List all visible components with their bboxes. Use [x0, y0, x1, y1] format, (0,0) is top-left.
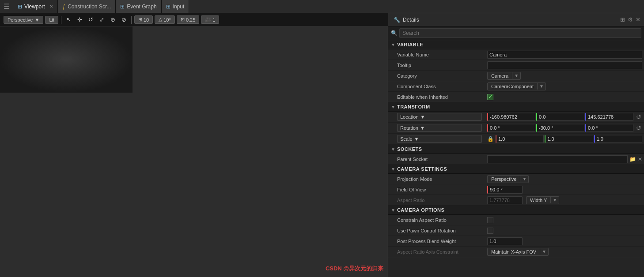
- section-variable-arrow: ▼: [391, 42, 395, 47]
- parent-socket-input[interactable]: [487, 155, 628, 163]
- prop-tooltip: Tooltip: [388, 60, 644, 71]
- section-transform-header[interactable]: ▼ Transform: [388, 102, 644, 112]
- perspective-arrow: ▼: [34, 17, 39, 22]
- camera-count-btn[interactable]: 🎥 1: [201, 15, 219, 24]
- scale-lock-icon[interactable]: 🔒: [487, 136, 494, 142]
- prop-parent-socket-label: Parent Socket: [388, 155, 485, 163]
- details-table-view-btn[interactable]: ⊞: [620, 16, 625, 23]
- field-of-view-input[interactable]: [487, 186, 523, 194]
- prop-rotation: Rotation ▼: [388, 123, 644, 134]
- projection-mode-dropdown-label: Perspective: [488, 176, 520, 183]
- surface-snap-btn[interactable]: ⊘: [119, 15, 129, 24]
- aspect-ratio-constraint-dropdown[interactable]: Width Y ▼: [526, 196, 559, 204]
- projection-mode-dropdown[interactable]: Perspective ▼: [487, 175, 529, 183]
- search-input[interactable]: [399, 28, 641, 38]
- rotation-x-wrap: [487, 124, 535, 132]
- section-camera-settings-arrow: ▼: [391, 167, 395, 172]
- rotation-dropdown[interactable]: Rotation ▼: [397, 124, 482, 132]
- section-sockets-header[interactable]: ▼ Sockets: [388, 145, 644, 154]
- location-z-input[interactable]: [585, 113, 633, 121]
- editable-inherited-checkmark: ✓: [489, 94, 492, 100]
- component-class-dropdown-arrow: ▼: [537, 83, 546, 90]
- scale-label: 0.25: [186, 17, 195, 22]
- lighting-mode-btn[interactable]: Lit: [45, 16, 58, 24]
- section-variable-title: Variable: [397, 42, 423, 47]
- tab-eventgraph[interactable]: ⊞ Event Graph: [116, 0, 161, 13]
- location-dropdown-arrow: ▼: [420, 114, 425, 120]
- perspective-mode-btn[interactable]: Perspective ▼: [4, 16, 43, 24]
- editable-inherited-checkbox[interactable]: ✓: [487, 94, 493, 100]
- parent-socket-browse-btn[interactable]: 📁: [629, 156, 636, 162]
- prop-variable-name-value: [485, 50, 644, 60]
- transform-local-btn[interactable]: ⊕: [108, 15, 117, 24]
- aspect-ratio-input[interactable]: [487, 196, 523, 204]
- category-dropdown-arrow: ▼: [512, 72, 520, 79]
- rotation-reset-btn[interactable]: ↺: [635, 124, 642, 131]
- location-reset-btn[interactable]: ↺: [635, 113, 642, 120]
- tab-construction[interactable]: ƒ Construction Scr...: [58, 0, 116, 13]
- translate-tool-btn[interactable]: ✛: [75, 15, 84, 24]
- section-transform-title: Transform: [397, 104, 430, 109]
- use-pawn-control-checkbox[interactable]: [487, 228, 493, 234]
- rotation-z-input[interactable]: [585, 124, 633, 132]
- angle-icon: △: [159, 17, 162, 22]
- scale-tool-btn[interactable]: ⤢: [97, 15, 106, 24]
- prop-constrain-aspect-value: [485, 216, 644, 224]
- prop-field-of-view-label: Field Of View: [388, 186, 485, 194]
- tab-input[interactable]: ⊞ Input: [162, 0, 189, 13]
- prop-use-pawn-control-value: [485, 227, 644, 235]
- tab-viewport[interactable]: ⊞ Viewport ✕: [13, 0, 58, 13]
- location-dropdown-label: Location: [400, 114, 419, 120]
- prop-aspect-axis-constraint-value: Maintain X-Axis FOV ▼: [485, 247, 644, 257]
- viewport-tab-label: Viewport: [24, 4, 45, 10]
- details-tab[interactable]: 🔧 Details: [388, 13, 424, 26]
- details-tab-icon: 🔧: [394, 17, 400, 23]
- section-camera-options-title: Camera Options: [397, 207, 444, 213]
- aspect-axis-constraint-dropdown[interactable]: Maintain X-Axis FOV ▼: [487, 248, 549, 256]
- component-class-dropdown[interactable]: CameraComponent ▼: [487, 82, 546, 90]
- section-transform-arrow: ▼: [391, 105, 395, 109]
- post-process-blend-input[interactable]: [487, 237, 523, 245]
- prop-constrain-aspect: Constrain Aspect Ratio: [388, 215, 644, 225]
- rotation-dropdown-label: Rotation: [400, 125, 418, 131]
- grid-icon: ⊞: [138, 17, 142, 22]
- section-camera-options-header[interactable]: ▼ Camera Options: [388, 206, 644, 215]
- details-tab-icons: ⊞ ⚙ ✕: [617, 16, 644, 23]
- prop-post-process-blend-value: [485, 236, 644, 246]
- hamburger-menu[interactable]: ☰: [0, 2, 13, 11]
- section-sockets-title: Sockets: [397, 146, 422, 152]
- prop-aspect-ratio: Aspect Ratio Width Y ▼: [388, 195, 644, 206]
- scale-y-input[interactable]: [545, 135, 593, 143]
- category-dropdown[interactable]: Camera ▼: [487, 72, 521, 80]
- grid-size-btn[interactable]: ⊞ 10: [134, 15, 153, 24]
- rotation-x-input[interactable]: [487, 124, 535, 132]
- location-dropdown[interactable]: Location ▼: [397, 113, 482, 121]
- rotate-tool-btn[interactable]: ↺: [86, 15, 95, 24]
- rotation-y-input[interactable]: [536, 124, 584, 132]
- details-content: ▼ Variable Variable Name Tooltip Categor…: [388, 40, 644, 277]
- tooltip-input[interactable]: [487, 61, 642, 69]
- angle-btn[interactable]: △ 10°: [155, 15, 175, 24]
- scale-dropdown[interactable]: Scale ▼: [397, 135, 482, 143]
- constrain-aspect-checkbox[interactable]: [487, 217, 493, 223]
- details-close-btn[interactable]: ✕: [636, 16, 640, 23]
- viewport-tab-close[interactable]: ✕: [49, 4, 53, 9]
- scale-x-wrap: [496, 135, 544, 143]
- scale-icon: ⊡: [181, 17, 185, 22]
- details-settings-btn[interactable]: ⚙: [628, 16, 633, 23]
- parent-socket-clear-btn[interactable]: ✕: [638, 156, 642, 162]
- scale-z-input[interactable]: [594, 135, 642, 143]
- scale-btn[interactable]: ⊡ 0.25: [177, 15, 199, 24]
- location-y-input[interactable]: [536, 113, 584, 121]
- prop-tooltip-label: Tooltip: [388, 61, 485, 69]
- scale-x-input[interactable]: [496, 135, 544, 143]
- location-x-input[interactable]: [487, 113, 535, 121]
- section-variable-header[interactable]: ▼ Variable: [388, 40, 644, 49]
- eventgraph-tab-icon: ⊞: [120, 4, 125, 10]
- variable-name-input[interactable]: [487, 51, 642, 59]
- projection-mode-dropdown-arrow: ▼: [520, 176, 528, 182]
- select-tool-btn[interactable]: ↖: [64, 15, 73, 24]
- prop-editable-inherited-label: Editable when Inherited: [388, 93, 485, 101]
- prop-location-value: ↺: [485, 112, 644, 122]
- section-camera-settings-header[interactable]: ▼ Camera Settings: [388, 165, 644, 174]
